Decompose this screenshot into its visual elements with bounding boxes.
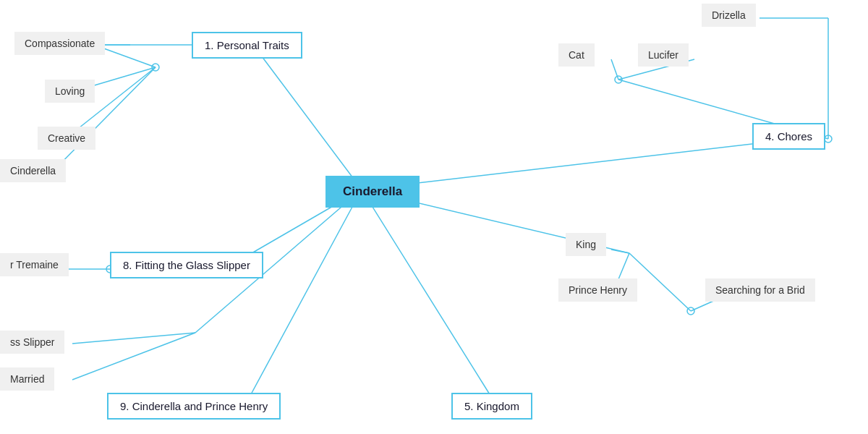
cinderella-topleft-node[interactable]: Cinderella bbox=[0, 159, 66, 182]
prince-henry-label: Prince Henry bbox=[558, 278, 637, 302]
tremaine-label: r Tremaine bbox=[0, 253, 69, 276]
svg-line-0 bbox=[253, 45, 362, 190]
glass-slipper-node[interactable]: ss Slipper bbox=[0, 331, 64, 354]
compassionate-label: Compassionate bbox=[14, 32, 105, 55]
cinderella-topleft-label: Cinderella bbox=[0, 159, 66, 182]
cinderella-prince-label: 9. Cinderella and Prince Henry bbox=[107, 393, 281, 420]
compassionate-node[interactable]: Compassionate bbox=[14, 32, 105, 55]
svg-line-21 bbox=[72, 333, 195, 380]
cat-label: Cat bbox=[558, 43, 595, 67]
fitting-label: 8. Fitting the Glass Slipper bbox=[110, 252, 263, 278]
loving-node[interactable]: Loving bbox=[45, 80, 95, 103]
svg-line-23 bbox=[362, 190, 495, 404]
fitting-node[interactable]: 8. Fitting the Glass Slipper bbox=[110, 252, 263, 278]
svg-point-9 bbox=[825, 135, 832, 142]
cat-node[interactable]: Cat bbox=[558, 43, 595, 67]
creative-node[interactable]: Creative bbox=[38, 127, 95, 150]
personal-traits-label: 1. Personal Traits bbox=[192, 32, 302, 59]
personal-traits-node[interactable]: 1. Personal Traits bbox=[192, 32, 302, 59]
svg-point-25 bbox=[687, 307, 694, 315]
married-label: Married bbox=[0, 367, 54, 391]
svg-line-22 bbox=[246, 190, 362, 404]
cinderella-prince-node[interactable]: 9. Cinderella and Prince Henry bbox=[107, 393, 281, 420]
svg-line-26 bbox=[629, 253, 691, 311]
chores-label: 4. Chores bbox=[752, 123, 825, 150]
creative-label: Creative bbox=[38, 127, 95, 150]
svg-line-27 bbox=[611, 250, 629, 253]
chores-node[interactable]: 4. Chores bbox=[752, 123, 825, 150]
drizella-node[interactable]: Drizella bbox=[702, 4, 756, 27]
mind-map-connections bbox=[0, 0, 868, 434]
svg-line-8 bbox=[362, 139, 796, 190]
svg-line-14 bbox=[611, 59, 618, 80]
prince-henry-node[interactable]: Prince Henry bbox=[558, 278, 637, 302]
drizella-label: Drizella bbox=[702, 4, 756, 27]
searching-node[interactable]: Searching for a Brid bbox=[705, 278, 815, 302]
tremaine-node[interactable]: r Tremaine bbox=[0, 253, 69, 276]
loving-label: Loving bbox=[45, 80, 95, 103]
lucifer-node[interactable]: Lucifer bbox=[638, 43, 689, 67]
kingdom-label: 5. Kingdom bbox=[451, 393, 532, 420]
glass-slipper-label: ss Slipper bbox=[0, 331, 64, 354]
searching-label: Searching for a Brid bbox=[705, 278, 815, 302]
cinderella-node[interactable]: Cinderella bbox=[326, 176, 420, 208]
svg-point-3 bbox=[152, 64, 159, 71]
king-node[interactable]: King bbox=[566, 233, 606, 256]
kingdom-node[interactable]: 5. Kingdom bbox=[451, 393, 532, 420]
married-node[interactable]: Married bbox=[0, 367, 54, 391]
svg-line-20 bbox=[72, 333, 195, 344]
svg-point-12 bbox=[615, 76, 622, 83]
king-label: King bbox=[566, 233, 606, 256]
cinderella-label: Cinderella bbox=[326, 176, 420, 208]
lucifer-label: Lucifer bbox=[638, 43, 689, 67]
